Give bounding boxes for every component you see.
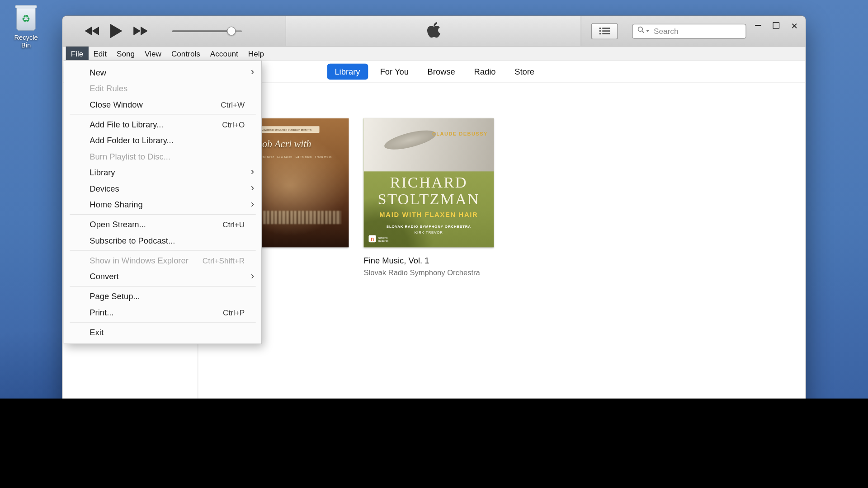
tab-radio[interactable]: Radio: [467, 64, 502, 80]
tab-browse[interactable]: Browse: [421, 64, 462, 80]
menu-item-shortcut: Ctrl+P: [223, 308, 245, 317]
album2-composer: CLAUDE DEBUSSY: [432, 131, 488, 136]
recycle-bin-icon: ♻: [16, 7, 36, 31]
menu-item-label: New: [90, 67, 106, 77]
search-field[interactable]: [632, 23, 746, 38]
file-menu-item-close-window[interactable]: Close Window Ctrl+W: [64, 96, 261, 113]
menu-separator: [70, 286, 255, 286]
submenu-chevron-icon: ›: [251, 66, 254, 78]
volume-slider-thumb[interactable]: [227, 27, 236, 36]
menu-item-shortcut: Ctrl+W: [221, 100, 245, 109]
search-scope-chevron-icon: [646, 30, 649, 32]
album2-photo-band: [363, 118, 494, 172]
album2-orchestra: SLOVAK RADIO SYMPHONY ORCHESTRA: [363, 225, 494, 229]
menu-help[interactable]: Help: [243, 47, 269, 61]
menu-item-label: Exit: [90, 328, 104, 337]
menu-separator: [70, 214, 255, 215]
menu-separator: [70, 114, 255, 114]
menu-item-label: Convert: [90, 272, 118, 281]
file-dropdown-menu: New › Edit Rules Close Window Ctrl+W Add…: [64, 60, 262, 344]
menu-item-label: Print...: [90, 308, 113, 317]
submenu-chevron-icon: ›: [251, 270, 254, 282]
record-label-logo: n Navona Records: [369, 235, 397, 242]
itunes-window: ✕ File Edit Song View Controls Account H…: [62, 15, 806, 399]
file-menu-item-add-folder[interactable]: Add Folder to Library...: [64, 132, 261, 149]
file-menu-item-exit[interactable]: Exit: [64, 324, 261, 341]
maximize-button[interactable]: [770, 19, 781, 32]
menu-item-label: Close Window: [90, 99, 142, 109]
submenu-chevron-icon: ›: [251, 166, 254, 178]
menu-controls[interactable]: Controls: [166, 47, 205, 61]
toolbar-playback-section: [62, 16, 286, 46]
recycle-icon: ♻: [17, 7, 36, 30]
file-menu-item-convert[interactable]: Convert ›: [64, 268, 261, 285]
recycle-bin[interactable]: ♻ Recycle Bin: [9, 7, 43, 49]
submenu-chevron-icon: ›: [251, 198, 254, 210]
fast-forward-button[interactable]: [133, 27, 148, 36]
file-menu-item-print[interactable]: Print... Ctrl+P: [64, 304, 261, 320]
menu-item-label: Library: [90, 168, 115, 177]
minimize-icon: [755, 25, 761, 26]
album-item[interactable]: CLAUDE DEBUSSY RICHARD STOLTZMAN MAID WI…: [363, 118, 494, 277]
album-artist[interactable]: Slovak Radio Symphony Orchestra: [363, 268, 494, 277]
album2-main-panel: RICHARD STOLTZMAN MAID WITH FLAXEN HAIR …: [363, 172, 494, 248]
navona-logo-text: Navona Records: [378, 235, 397, 242]
menu-item-label: Burn Playlist to Disc...: [90, 152, 170, 161]
album1-piano-keys: [263, 211, 341, 224]
recycle-bin-label: Recycle Bin: [9, 34, 43, 49]
play-button[interactable]: [110, 24, 123, 38]
transport-controls: [85, 24, 148, 38]
file-menu-item-home-sharing[interactable]: Home Sharing ›: [64, 197, 261, 213]
minimize-button[interactable]: [752, 19, 763, 32]
menu-item-label: Page Setup...: [90, 291, 140, 301]
navona-logo-icon: n: [369, 235, 376, 242]
menu-song[interactable]: Song: [112, 47, 140, 61]
file-menu-item-page-setup[interactable]: Page Setup...: [64, 288, 261, 305]
menu-separator: [70, 322, 255, 323]
menu-item-label: Subscribe to Podcast...: [90, 236, 175, 245]
submenu-chevron-icon: ›: [251, 182, 254, 194]
album-title[interactable]: Fine Music, Vol. 1: [363, 256, 494, 265]
menu-item-shortcut: Ctrl+O: [222, 120, 245, 129]
file-menu-item-new[interactable]: New ›: [64, 64, 261, 80]
close-button[interactable]: ✕: [789, 19, 800, 32]
menu-account[interactable]: Account: [205, 47, 243, 61]
menu-item-label: Add Folder to Library...: [90, 136, 173, 145]
file-menu-item-subscribe-podcast[interactable]: Subscribe to Podcast...: [64, 232, 261, 249]
volume-slider[interactable]: [172, 30, 242, 32]
menu-item-label: Home Sharing: [90, 200, 142, 209]
file-menu-item-add-file[interactable]: Add File to Library... Ctrl+O: [64, 116, 261, 132]
album2-artist-line1: RICHARD: [363, 174, 494, 191]
file-menu-item-library[interactable]: Library ›: [64, 164, 261, 181]
file-menu-item-edit-rules: Edit Rules: [64, 80, 261, 97]
menu-item-label: Add File to Library...: [90, 119, 163, 129]
volume-slider-fill: [172, 30, 231, 32]
file-menu-item-open-stream[interactable]: Open Stream... Ctrl+U: [64, 216, 261, 233]
toolbar-status-section: [286, 16, 580, 46]
menu-bar: File Edit Song View Controls Account Hel…: [62, 47, 805, 61]
album2-cover-title: MAID WITH FLAXEN HAIR: [363, 211, 494, 219]
menu-file[interactable]: File: [66, 47, 89, 61]
toolbar: ✕: [62, 16, 805, 47]
close-icon: ✕: [791, 21, 797, 29]
menu-item-label: Show in Windows Explorer: [90, 256, 188, 265]
menu-item-label: Devices: [90, 184, 119, 193]
desktop: ♻ Recycle Bin: [0, 0, 868, 399]
menu-view[interactable]: View: [140, 47, 166, 61]
album2-spoon-image: [382, 127, 438, 153]
file-menu-item-devices[interactable]: Devices ›: [64, 180, 261, 197]
menu-item-shortcut: Ctrl+Shift+R: [203, 256, 245, 265]
file-menu-item-burn-playlist: Burn Playlist to Disc...: [64, 148, 261, 164]
search-input[interactable]: [653, 26, 741, 36]
list-view-button[interactable]: [591, 23, 618, 39]
menu-item-label: Edit Rules: [90, 84, 127, 93]
tab-store[interactable]: Store: [508, 64, 541, 80]
tab-library[interactable]: Library: [327, 64, 368, 80]
menu-item-shortcut: Ctrl+U: [222, 220, 245, 229]
rewind-button[interactable]: [85, 27, 99, 36]
tab-for-you[interactable]: For You: [373, 64, 415, 80]
album-cover-fine-music[interactable]: CLAUDE DEBUSSY RICHARD STOLTZMAN MAID WI…: [363, 118, 494, 247]
apple-logo-icon: [426, 21, 440, 41]
menu-edit[interactable]: Edit: [88, 47, 112, 61]
menu-item-label: Open Stream...: [90, 220, 146, 229]
